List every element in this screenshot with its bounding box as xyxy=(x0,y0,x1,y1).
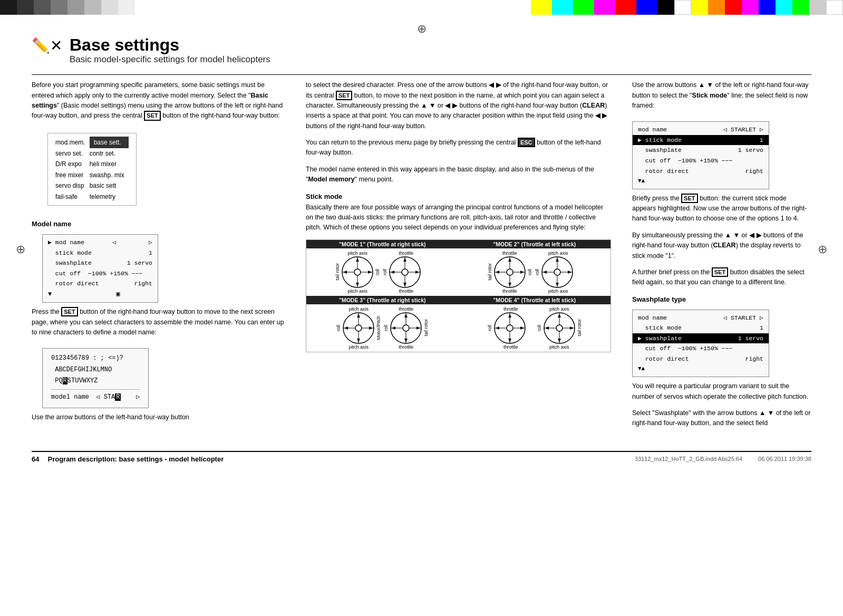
color-bar xyxy=(101,0,118,15)
display-box-right-1: mod name ◁ STARLET ▷ ▶ stick mode 1 swas… xyxy=(632,121,769,189)
display-value: right xyxy=(134,278,152,289)
mode-2-header: "MODE 2" (Throttle at left stick) xyxy=(459,240,611,248)
mode-cell-2: "MODE 2" (Throttle at left stick) thrott… xyxy=(459,240,611,296)
stick-wrapper: roll xyxy=(336,312,381,344)
display-value: ◁ STARLET ▷ xyxy=(723,313,763,323)
stick-wrapper: roll xyxy=(487,312,535,344)
color-bar-green xyxy=(573,0,594,15)
swashplate-para1: You will require a particular program va… xyxy=(632,381,811,402)
display-row: stick mode 1 xyxy=(48,248,152,258)
svg-marker-31 xyxy=(568,271,571,274)
stick-mode-heading: Stick mode xyxy=(306,192,611,200)
side-label-left: roll xyxy=(336,325,341,331)
color-bar-magenta xyxy=(594,0,615,15)
display-arrow: ▼ ▣ xyxy=(48,289,152,300)
color-bar xyxy=(0,0,17,15)
color-bar-y2 xyxy=(691,0,708,15)
stick-mode-para: Basically there are four possible ways o… xyxy=(306,203,611,233)
display-arrows: ▼▲ xyxy=(638,364,763,374)
page-title: Base settings xyxy=(70,36,270,54)
display-label: cut off −100% +150% −−− xyxy=(48,268,142,279)
display-row: swashplate 1 servo xyxy=(638,145,763,156)
menu-cell-highlight: base sett. xyxy=(90,137,129,148)
set-button-para: Briefly press the SET button: the curren… xyxy=(632,194,811,224)
side-label-left: roll xyxy=(535,269,540,275)
svg-marker-36 xyxy=(357,314,360,317)
intro-para: Before you start programming specific pa… xyxy=(32,80,285,121)
table-row: fail-safe telemetry xyxy=(55,191,129,202)
display-row: rotor direct right xyxy=(638,354,763,364)
footer-caption: Program description: base settings - mod… xyxy=(47,455,224,463)
svg-marker-7 xyxy=(368,271,372,274)
display-label: stick mode xyxy=(638,323,682,333)
menu-table: mod.mem. base sett. servo set. contr set… xyxy=(55,137,129,202)
display-value: 1 xyxy=(760,323,763,333)
side-label-left: tail rotor xyxy=(335,263,340,281)
color-bars-right xyxy=(531,0,843,15)
svg-marker-12 xyxy=(403,258,406,262)
right-column: to select the desired character. Press o… xyxy=(306,80,611,435)
svg-marker-20 xyxy=(508,258,511,262)
color-bar-c2 xyxy=(776,0,792,15)
mode-2-diagram: throttle tail rotor xyxy=(459,248,611,296)
svg-marker-60 xyxy=(558,314,561,317)
display-row: ▶ mod name ◁ ▷ xyxy=(48,237,152,248)
svg-point-43 xyxy=(403,325,409,331)
right-stick-col: throttle roll xyxy=(382,251,430,294)
stick-svg xyxy=(541,256,574,288)
svg-marker-63 xyxy=(570,326,574,330)
display-row: mod name ◁ STARLET ▷ xyxy=(638,313,763,323)
svg-marker-21 xyxy=(508,283,511,286)
color-bar-r2 xyxy=(725,0,742,15)
mode-3-header: "MODE 3" (Throttle at right stick) xyxy=(306,296,459,304)
display-row-selected: ▶ stick mode 1 xyxy=(633,135,769,146)
display-value: 1 xyxy=(760,135,763,146)
display-box-1: ▶ mod name ◁ ▷ stick mode 1 swashplate 1… xyxy=(42,234,158,303)
display-row: rotor direct right xyxy=(638,166,763,177)
crosshair-top: ⊕ xyxy=(417,22,427,36)
bottom-label: throttle xyxy=(399,288,413,294)
stick-svg xyxy=(390,312,422,344)
svg-marker-45 xyxy=(404,339,408,342)
color-bars-left xyxy=(0,0,135,15)
color-bar-cyan xyxy=(552,0,573,15)
display-row: swashplate 1 servo xyxy=(48,258,152,268)
svg-marker-46 xyxy=(392,326,395,330)
display-value: 1 xyxy=(149,248,152,258)
svg-marker-62 xyxy=(545,326,549,330)
crosshair-right: ⊕ xyxy=(818,243,827,256)
svg-marker-52 xyxy=(508,314,511,317)
stick-svg xyxy=(543,312,576,344)
display-row: rotor direct right xyxy=(48,278,152,289)
footer-right: 33112_mx12_HoTT_2_GB.indd Abs25:64 06.06… xyxy=(635,456,811,462)
stick-wrapper: roll xyxy=(383,312,429,344)
menu-cell: basic sett xyxy=(90,180,129,191)
right-para2: You can return to the previous menu page… xyxy=(306,138,611,158)
display-label: cut off −100% +150% −−− xyxy=(638,156,732,166)
right-para1: to select the desired character. Press o… xyxy=(306,80,611,131)
svg-marker-61 xyxy=(558,339,561,342)
display-label: rotor direct xyxy=(48,278,99,289)
stick-wrapper: tail rotor xyxy=(487,256,532,288)
display-value: ◁ STARLET ▷ xyxy=(723,124,763,135)
display-value: ◁ ▷ xyxy=(112,237,152,248)
color-bar xyxy=(34,0,51,15)
display-row-highlighted: ▶ swashplate 1 servo xyxy=(633,333,769,344)
bottom-label: pitch axis xyxy=(348,344,369,350)
page-footer: 64 Program description: base settings - … xyxy=(32,451,811,463)
right-para3: The model name entered in this way appea… xyxy=(306,165,611,185)
model-name-heading: Model name xyxy=(32,220,285,228)
color-bar-orange xyxy=(708,0,725,15)
main-content: Before you start programming specific pa… xyxy=(32,80,811,435)
svg-marker-5 xyxy=(356,283,359,286)
svg-marker-23 xyxy=(520,271,524,274)
svg-point-3 xyxy=(354,269,361,275)
svg-marker-47 xyxy=(416,326,420,330)
header-icon: ✏️✕ xyxy=(32,37,62,54)
display-label: rotor direct xyxy=(638,166,689,177)
stick-svg xyxy=(389,256,421,288)
color-bar xyxy=(51,0,67,15)
color-bar-blue xyxy=(636,0,657,15)
char-line: 0123456789 : ; <=)? xyxy=(51,353,140,364)
top-label: pitch axis xyxy=(548,251,568,256)
